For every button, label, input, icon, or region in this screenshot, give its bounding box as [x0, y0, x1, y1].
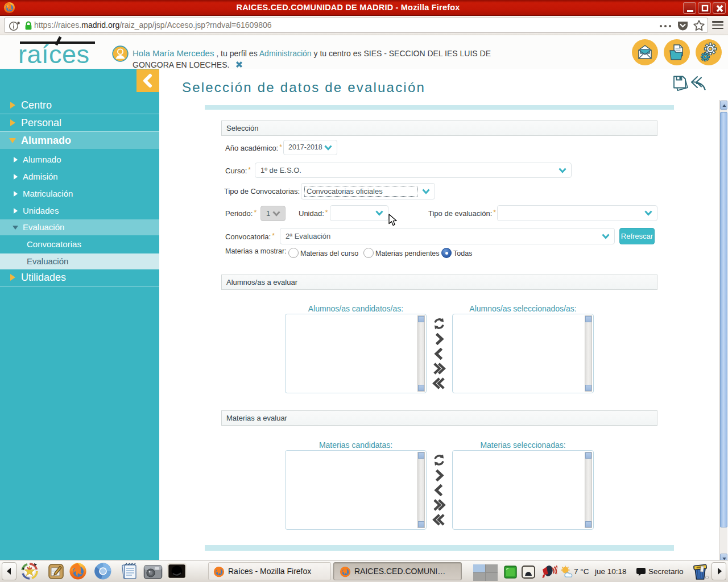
save-icon[interactable] — [672, 75, 689, 92]
subjects-candidates-listbox[interactable] — [285, 450, 427, 530]
sidebar-item-evaluacion-leaf[interactable]: Evaluación — [0, 253, 159, 269]
bookmark-star-icon[interactable] — [693, 19, 705, 32]
site-info-icon[interactable] — [9, 21, 20, 31]
subjects-move-right-button[interactable] — [432, 469, 446, 481]
sidebar-item-evaluacion[interactable]: Evaluación — [0, 219, 159, 235]
tray-weather-icon[interactable] — [560, 566, 574, 578]
maximize-button[interactable] — [698, 2, 711, 14]
scroll-down-button[interactable] — [418, 385, 424, 391]
scroll-up-button[interactable] — [418, 316, 424, 322]
radio-todas[interactable] — [441, 248, 452, 258]
select-periodo[interactable]: 1 — [260, 206, 286, 221]
students-move-right-button[interactable] — [432, 333, 446, 345]
tray-trash-icon[interactable] — [690, 563, 709, 581]
subjects-refresh-button[interactable] — [432, 454, 446, 467]
url-bar[interactable]: https://raices.madrid.org/raiz_app/jsp/A… — [4, 18, 708, 33]
url-text[interactable]: https://raices.madrid.org/raiz_app/jsp/A… — [34, 18, 272, 32]
tray-volume-icon[interactable] — [541, 564, 557, 579]
tray-keyboard-layout[interactable]: Secretario — [648, 560, 684, 582]
students-move-all-left-button[interactable] — [432, 377, 446, 389]
user-profile[interactable]: Administración — [259, 49, 312, 58]
browser-scrollbar[interactable] — [719, 100, 727, 564]
scroll-up-button[interactable] — [418, 452, 424, 459]
undo-icon[interactable] — [689, 75, 708, 92]
mail-button[interactable] — [632, 39, 658, 65]
select-tipo-evaluacion[interactable] — [497, 205, 657, 221]
scroll-down-button[interactable] — [585, 385, 592, 391]
sidebar-item-admision[interactable]: Admisión — [0, 168, 159, 185]
launcher-player-icon[interactable] — [167, 562, 187, 580]
app-logo[interactable]: raíces — [18, 41, 90, 68]
taskbar-menu-button[interactable] — [2, 562, 16, 580]
students-refresh-button[interactable] — [432, 317, 446, 330]
workspace-1-active[interactable] — [473, 564, 485, 572]
taskbar-window-raices-ced[interactable]: RAICES.CED.COMUNI… — [333, 562, 462, 580]
subjects-move-all-right-button[interactable] — [432, 499, 446, 511]
select-ano-academico[interactable]: 2017-2018 — [283, 140, 337, 155]
students-selected-listbox[interactable] — [452, 314, 594, 393]
sidebar-item-personal[interactable]: Personal — [0, 114, 159, 131]
radio-label-todas[interactable]: Todas — [453, 248, 472, 259]
close-button[interactable] — [713, 2, 726, 14]
tray-desktop-icon[interactable] — [504, 566, 517, 579]
tray-chat-icon[interactable] — [636, 567, 646, 576]
scroll-up-button[interactable] — [585, 316, 592, 322]
subjects-move-left-button[interactable] — [432, 484, 446, 496]
taskbar-window-raices[interactable]: Raíces - Mozilla Firefox — [208, 562, 331, 580]
sidebar-item-convocatorias[interactable]: Convocatorias — [0, 236, 159, 252]
settings-button[interactable] — [696, 39, 722, 65]
listbox-scrollbar[interactable] — [417, 452, 425, 528]
radio-label-materias-pendientes[interactable]: Materias pendientes — [375, 248, 440, 259]
scroll-down-button[interactable] — [585, 521, 592, 527]
sidebar-item-matriculacion[interactable]: Matriculación — [0, 185, 159, 202]
sidebar-item-centro[interactable]: Centro — [0, 97, 159, 114]
workspace-4[interactable] — [486, 573, 498, 581]
documents-button[interactable] — [664, 39, 690, 65]
page-actions-icon[interactable] — [659, 24, 675, 28]
listbox-scrollbar[interactable] — [585, 452, 592, 528]
launcher-screenshot-icon[interactable] — [143, 563, 163, 580]
taskbar-expand-button[interactable] — [712, 562, 726, 580]
radio-materias-curso[interactable] — [288, 248, 299, 258]
sidebar-item-utilidades[interactable]: Utilidades — [0, 269, 159, 285]
students-move-left-button[interactable] — [432, 348, 446, 360]
scrollbar-thumb[interactable] — [720, 112, 727, 527]
workspace-2[interactable] — [486, 564, 498, 572]
workspace-pager[interactable] — [473, 564, 498, 581]
students-candidates-listbox[interactable] — [285, 314, 427, 393]
user-name[interactable]: Hola María Mercedes — [133, 48, 214, 58]
select-unidad[interactable] — [330, 205, 388, 221]
minimize-button[interactable] — [683, 2, 696, 14]
tray-keyboard-icon[interactable] — [522, 566, 535, 579]
sidebar-item-unidades[interactable]: Unidades — [0, 202, 159, 219]
select-curso[interactable]: 1º de E.S.O. — [255, 163, 572, 178]
listbox-scrollbar[interactable] — [585, 315, 592, 392]
scroll-up-button[interactable] — [585, 452, 592, 459]
listbox-scrollbar[interactable] — [417, 315, 425, 392]
scroll-down-button[interactable] — [418, 521, 424, 527]
students-move-all-right-button[interactable] — [432, 363, 446, 375]
https-lock-icon[interactable] — [24, 21, 33, 31]
launcher-notes-icon[interactable] — [119, 562, 139, 581]
launcher-chromium-icon[interactable] — [94, 562, 112, 580]
workspace-3[interactable] — [473, 573, 485, 581]
pocket-icon[interactable] — [677, 20, 689, 32]
subjects-move-all-left-button[interactable] — [432, 514, 446, 526]
select-tipo-convocatorias[interactable]: Convocatorias oficiales — [301, 183, 435, 199]
launcher-firefox-icon[interactable] — [69, 562, 87, 580]
select-convocatoria[interactable]: 2ª Evaluación — [280, 228, 615, 244]
radio-materias-pendientes[interactable] — [363, 248, 374, 258]
sidebar-item-alumnado-sub[interactable]: Alumnado — [0, 151, 159, 168]
refrescar-button[interactable]: Refrescar — [619, 228, 655, 244]
launcher-notepad-icon[interactable] — [48, 564, 64, 579]
scroll-up-button[interactable] — [720, 101, 727, 110]
sidebar-collapse-button[interactable] — [136, 69, 159, 92]
menu-hamburger-icon[interactable] — [712, 21, 723, 30]
tray-temperature[interactable]: 7 °C — [574, 560, 589, 582]
sidebar-item-alumnado[interactable]: Alumnado — [0, 132, 159, 149]
tray-clock[interactable]: jue 10:18 — [595, 560, 627, 582]
close-session-icon[interactable] — [235, 60, 243, 69]
subjects-selected-listbox[interactable] — [452, 450, 594, 530]
launcher-education-icon[interactable] — [20, 562, 39, 580]
radio-label-materias-curso[interactable]: Materias del curso — [300, 248, 358, 259]
